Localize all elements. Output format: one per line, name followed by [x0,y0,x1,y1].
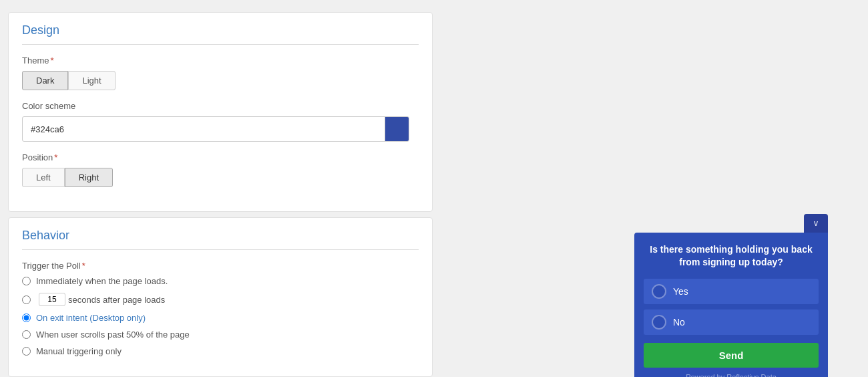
trigger-radio-4[interactable] [22,330,31,339]
poll-option-no[interactable]: No [644,309,819,335]
poll-collapse-button[interactable]: v [804,214,828,233]
design-title: Design [22,23,419,45]
behavior-title: Behavior [22,229,419,250]
poll-body: Is there something holding you back from… [634,233,828,377]
page-container: Design Theme* Dark Light Color scheme [0,0,868,377]
behavior-section: Behavior Trigger the Poll* Immediately w… [8,217,433,377]
trigger-option-2: seconds after page loads [22,293,419,306]
position-left-button[interactable]: Left [22,168,65,187]
trigger-radio-3[interactable] [22,313,31,322]
poll-footer: Powered by Reflective Data [644,373,819,377]
position-right-button[interactable]: Right [65,168,113,187]
trigger-option-1: Immediately when the page loads. [22,276,419,286]
trigger-radio-5[interactable] [22,347,31,356]
theme-dark-button[interactable]: Dark [22,71,68,90]
color-scheme-label: Color scheme [22,101,419,111]
poll-option-yes-label: Yes [673,286,688,297]
trigger-label: Trigger the Poll* [22,261,419,271]
trigger-option-4: When user scrolls past 50% of the page [22,330,419,340]
poll-widget: v Is there something holding you back fr… [634,214,828,377]
color-text-input[interactable] [23,119,385,140]
design-section: Design Theme* Dark Light Color scheme [8,12,433,212]
color-scheme-field: Color scheme [22,101,419,142]
poll-radio-no [652,315,666,330]
color-swatch[interactable] [385,117,409,141]
theme-label: Theme* [22,55,419,66]
trigger-option-3: On exit intent (Desktop only) [22,313,419,323]
trigger-radio-2[interactable] [22,295,31,304]
poll-option-yes[interactable]: Yes [644,279,819,304]
trigger-radio-1[interactable] [22,277,31,285]
theme-light-button[interactable]: Light [68,71,115,90]
right-panel: v Is there something holding you back fr… [441,0,868,377]
trigger-options: Immediately when the page loads. seconds… [22,276,419,356]
seconds-input[interactable] [39,293,65,306]
position-toggle-group: Left Right [22,168,419,187]
trigger-option-5: Manual triggering only [22,346,419,356]
position-field: Position* Left Right [22,152,419,187]
poll-option-no-label: No [673,317,685,328]
color-input-row [22,116,409,142]
position-label: Position* [22,152,419,162]
poll-question: Is there something holding you back from… [644,243,819,269]
poll-radio-yes [652,284,666,299]
left-panel: Design Theme* Dark Light Color scheme [0,0,441,377]
theme-toggle-group: Dark Light [22,71,419,90]
poll-send-button[interactable]: Send [644,343,819,368]
